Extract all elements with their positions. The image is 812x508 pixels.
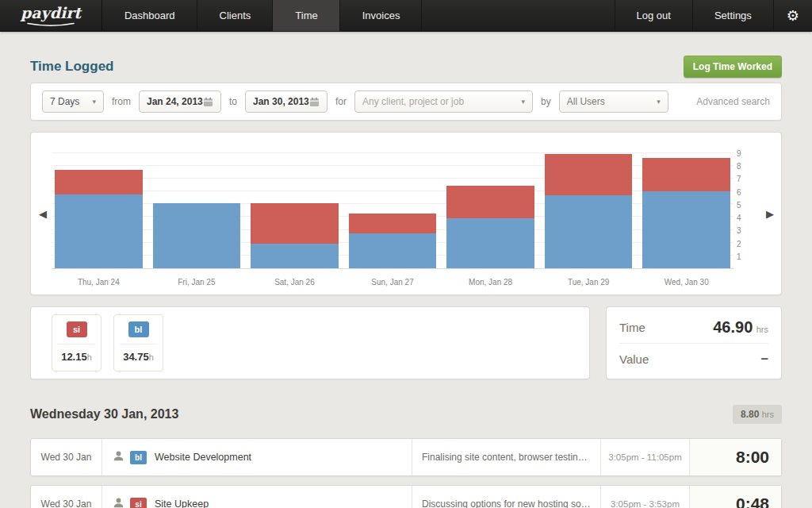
chart-next-arrow[interactable]: ▶	[766, 208, 774, 220]
advanced-search-link[interactable]: Advanced search	[696, 96, 770, 107]
person-icon	[113, 497, 124, 508]
for-label: for	[335, 96, 347, 107]
x-tick-label: Tue, Jan 29	[545, 278, 633, 287]
user-total-card-si[interactable]: si12.15h	[52, 314, 102, 371]
y-tick-label: 3	[737, 226, 741, 235]
nav-tab-time[interactable]: Time	[273, 0, 339, 31]
x-tick-label: Fri, Jan 25	[153, 278, 241, 287]
user-badge-bl: bl	[130, 451, 147, 464]
value-label: Value	[619, 352, 649, 366]
bar-fri-jan-25[interactable]	[153, 145, 241, 268]
page-head: Time Logged Log Time Worked	[30, 32, 782, 83]
filter-bar: 7 Days ▾ from Jan 24, 2013 to Jan 30, 20…	[30, 83, 782, 121]
user-total-card-bl[interactable]: bl34.75h	[113, 314, 163, 371]
logout-button[interactable]: Log out	[615, 0, 692, 31]
logo[interactable]: paydirt	[0, 0, 102, 31]
from-date-input[interactable]: Jan 24, 2013	[139, 90, 221, 113]
day-section-header: Wednesday 30 Jan, 2013 8.80 hrs	[30, 402, 782, 426]
client-placeholder: Any client, project or job	[362, 96, 464, 107]
to-date-input[interactable]: Jan 30, 2013	[245, 90, 327, 113]
users-value: All Users	[567, 96, 605, 107]
user-badge-bl: bl	[128, 321, 149, 337]
to-date-value: Jan 30, 2013	[253, 96, 309, 107]
time-entries-list: Wed 30 JanblWebsite DevelopmentFinalisin…	[30, 438, 782, 508]
bar-segment-si[interactable]	[642, 158, 730, 191]
time-total: 46.90 hrs	[713, 318, 768, 337]
user-hours: 12.15h	[61, 349, 92, 364]
client-select[interactable]: Any client, project or job ▾	[354, 90, 533, 113]
chart-plot-area: Thu, Jan 24Fri, Jan 25Sat, Jan 26Sun, Ja…	[52, 145, 733, 287]
entry-job: Site Upkeep	[155, 486, 412, 508]
entry-duration: 8:00	[689, 439, 781, 475]
entry-job: Website Development	[155, 439, 412, 475]
entry-date: Wed 30 Jan	[31, 439, 102, 475]
bar-segment-si[interactable]	[349, 214, 437, 233]
y-tick-label: 8	[737, 162, 741, 171]
summary-row: si12.15hbl34.75h Time 46.90 hrs Value –	[30, 306, 782, 379]
nav-right: Log out Settings ⚙	[615, 0, 812, 31]
range-select[interactable]: 7 Days ▾	[42, 90, 104, 113]
chart-y-axis: 123456789	[737, 145, 749, 287]
main-content: Time Logged Log Time Worked 7 Days ▾ fro…	[0, 32, 812, 508]
chevron-down-icon: ▾	[522, 98, 526, 106]
gear-icon[interactable]: ⚙	[773, 0, 812, 31]
day-title: Wednesday 30 Jan, 2013	[30, 407, 178, 421]
bar-segment-bl[interactable]	[545, 195, 633, 268]
from-date-value: Jan 24, 2013	[147, 96, 203, 107]
bar-wed-jan-30[interactable]	[642, 145, 730, 268]
nav-tabs: DashboardClientsTimeInvoices	[102, 0, 422, 31]
by-label: by	[541, 96, 551, 107]
logo-underline	[26, 22, 75, 27]
person-icon	[113, 450, 124, 465]
time-entry-row[interactable]: Wed 30 JanblWebsite DevelopmentFinalisin…	[30, 438, 782, 476]
x-tick-label: Thu, Jan 24	[55, 278, 143, 287]
bar-segment-bl[interactable]	[642, 191, 730, 268]
bar-segment-bl[interactable]	[55, 194, 143, 268]
user-badge-si: si	[67, 321, 87, 337]
nav-tab-invoices[interactable]: Invoices	[340, 0, 423, 31]
chevron-down-icon: ▾	[657, 98, 661, 106]
bar-sun-jan-27[interactable]	[349, 145, 437, 268]
chevron-down-icon: ▾	[92, 98, 96, 106]
bar-mon-jan-28[interactable]	[446, 145, 534, 268]
bar-thu-jan-24[interactable]	[55, 145, 143, 268]
entry-user: si	[102, 486, 155, 508]
card-divider	[120, 344, 157, 344]
time-total-row: Time 46.90 hrs	[619, 312, 768, 343]
user-hours: 34.75h	[123, 349, 154, 364]
nav-tab-dashboard[interactable]: Dashboard	[102, 0, 197, 31]
bar-sat-jan-26[interactable]	[251, 145, 339, 268]
bar-segment-si[interactable]	[446, 186, 534, 218]
settings-button[interactable]: Settings	[692, 0, 773, 31]
entry-duration: 0:48	[689, 486, 781, 508]
time-chart: ◀ ▶ Thu, Jan 24Fri, Jan 25Sat, Jan 26Sun…	[30, 132, 782, 295]
entry-time-range: 3:05pm - 3:53pm	[600, 486, 689, 508]
bar-segment-bl[interactable]	[251, 244, 339, 268]
user-badge-si: si	[130, 498, 147, 508]
bar-tue-jan-29[interactable]	[545, 145, 633, 268]
chart-prev-arrow[interactable]: ◀	[39, 208, 47, 220]
users-select[interactable]: All Users ▾	[559, 90, 668, 113]
entry-time-range: 3:05pm - 11:05pm	[600, 439, 689, 475]
y-tick-label: 4	[737, 214, 741, 222]
bar-segment-bl[interactable]	[349, 233, 437, 268]
time-label: Time	[619, 321, 645, 334]
time-entry-row[interactable]: Wed 30 JansiSite UpkeepDiscussing option…	[30, 485, 782, 508]
bar-segment-bl[interactable]	[153, 203, 241, 268]
entry-user: bl	[102, 439, 155, 475]
y-tick-label: 5	[737, 201, 741, 210]
value-total-row: Value –	[619, 343, 768, 374]
nav-tab-clients[interactable]: Clients	[197, 0, 274, 31]
bar-segment-si[interactable]	[55, 170, 143, 194]
bar-segment-si[interactable]	[251, 203, 339, 244]
bar-segment-bl[interactable]	[446, 218, 534, 268]
x-tick-label: Wed, Jan 30	[642, 278, 730, 287]
bar-segment-si[interactable]	[545, 154, 633, 195]
from-label: from	[112, 96, 131, 107]
y-tick-label: 6	[737, 188, 741, 197]
chart-x-axis: Thu, Jan 24Fri, Jan 25Sat, Jan 26Sun, Ja…	[52, 278, 733, 287]
log-time-worked-button[interactable]: Log Time Worked	[684, 56, 782, 78]
entry-description: Discussing options for new hosting sol..…	[412, 486, 600, 508]
calendar-icon	[203, 97, 213, 107]
y-tick-label: 7	[737, 175, 741, 183]
